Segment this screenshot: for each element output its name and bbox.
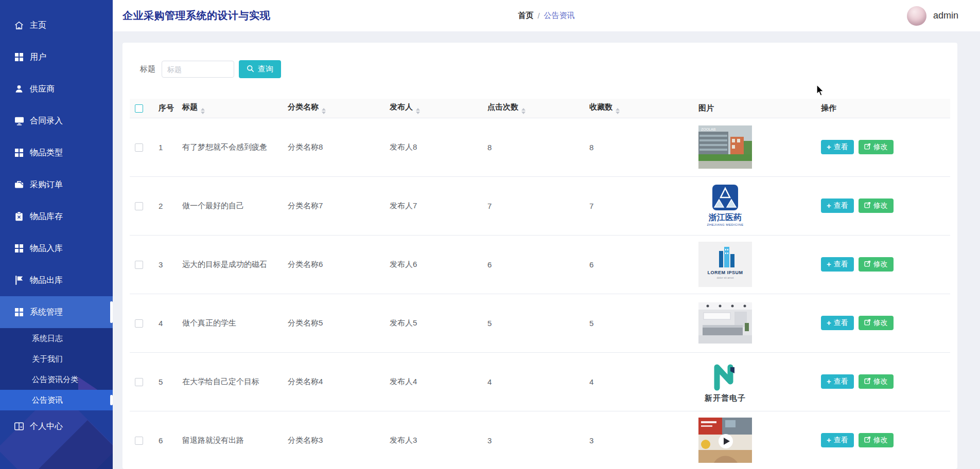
edit-button[interactable]: 修改 [859,257,894,272]
row-image-zhejiang-medicine-logo: 浙江医药ZHEJIANG MEDICINE [698,183,752,228]
sidebar-item-home[interactable]: 主页 [0,9,113,41]
view-button[interactable]: +查看 [821,257,854,272]
cell-publisher: 发布人8 [384,118,482,176]
cell-category: 分类名称3 [283,411,384,469]
row-checkbox[interactable] [135,378,143,386]
sidebar-item-contract-entry[interactable]: 合同录入 [0,105,113,137]
cell-publisher: 发布人6 [384,235,482,294]
plus-icon: + [827,319,831,327]
edit-icon [864,202,871,210]
cell-favorites: 8 [584,118,693,176]
sidebar-item-item-type[interactable]: 物品类型 [0,137,113,169]
view-button[interactable]: +查看 [821,433,854,447]
column-header-category: 分类名称 [283,99,384,118]
cell-clicks: 7 [482,176,584,235]
sidebar-item-item-inbound[interactable]: 物品入库 [0,232,113,264]
sidebar-subitem-label: 关于我们 [32,354,63,364]
cell-title: 做个真正的学生 [177,294,283,352]
avatar[interactable] [907,6,926,26]
row-checkbox[interactable] [135,261,143,269]
sidebar-subitem-label: 公告资讯 [32,395,63,405]
edit-icon [864,436,871,444]
sidebar-subitem-system-log[interactable]: 系统日志 [0,328,113,349]
cell-favorites: 5 [584,294,693,352]
sidebar: 主页用户供应商合同录入物品类型采购订单物品库存物品入库物品出库系统管理系统日志关… [0,0,113,469]
edit-icon [864,260,871,268]
edit-button[interactable]: 修改 [859,433,894,447]
table-row: 2做一个最好的自己分类名称7发布人777浙江医药ZHEJIANG MEDICIN… [130,176,950,235]
edit-button[interactable]: 修改 [859,316,894,330]
sidebar-subitem-announcement[interactable]: 公告资讯 [0,390,113,410]
sidebar-subitem-label: 公告资讯分类 [32,375,78,385]
cell-category: 分类名称6 [283,235,384,294]
sidebar-menu: 主页用户供应商合同录入物品类型采购订单物品库存物品入库物品出库系统管理系统日志关… [0,0,113,442]
sort-icon[interactable] [201,108,205,114]
column-header-index: 序号 [153,99,177,118]
view-button[interactable]: +查看 [821,374,854,389]
cell-category: 分类名称8 [283,118,384,176]
sort-icon[interactable] [322,108,326,114]
svg-text:ZHEJIANG MEDICINE: ZHEJIANG MEDICINE [707,223,743,226]
cell-category: 分类名称4 [283,352,384,411]
search-input[interactable] [162,61,234,78]
row-image-building-photo: ZOOLAB [698,124,752,170]
sidebar-item-users[interactable]: 用户 [0,41,113,73]
row-checkbox[interactable] [135,143,143,152]
sidebar-item-supplier[interactable]: 供应商 [0,73,113,105]
column-label: 标题 [182,102,198,111]
sidebar-item-system-management[interactable]: 系统管理 [0,296,113,328]
breadcrumb-current[interactable]: 公告资讯 [544,11,575,21]
sort-icon[interactable] [521,108,526,114]
sidebar-item-personal-center[interactable]: 个人中心 [0,410,113,442]
sidebar-item-item-outbound[interactable]: 物品出库 [0,264,113,296]
search-button[interactable]: 查询 [239,60,281,78]
sidebar-subitem-about-us[interactable]: 关于我们 [0,349,113,369]
view-button[interactable]: +查看 [821,140,854,154]
svg-text:LOREM IPSUM: LOREM IPSUM [707,270,743,275]
sidebar-subitem-label: 系统日志 [32,334,63,344]
column-header-favorites: 收藏数 [584,99,693,118]
column-label: 操作 [821,103,836,112]
active-indicator [110,301,113,323]
table-body: 1有了梦想就不会感到疲惫分类名称8发布人888ZOOLAB+查看修改2做一个最好… [130,118,950,469]
clipboard-icon [14,212,24,221]
user-icon [14,84,24,94]
row-checkbox[interactable] [135,202,143,210]
column-label: 分类名称 [288,102,319,111]
view-button[interactable]: +查看 [821,316,854,330]
flag-icon [14,276,24,285]
cell-index: 6 [153,411,177,469]
view-button[interactable]: +查看 [821,199,854,213]
edit-button[interactable]: 修改 [859,199,894,213]
column-header-title: 标题 [177,99,283,118]
username: admin [933,10,958,21]
row-checkbox[interactable] [135,319,143,328]
sort-icon[interactable] [616,108,620,114]
sidebar-item-label: 用户 [30,52,46,63]
svg-text:浙江医药: 浙江医药 [708,213,742,222]
cell-index: 5 [153,352,177,411]
sort-icon[interactable] [416,108,420,114]
cell-category: 分类名称5 [283,294,384,352]
row-checkbox[interactable] [135,437,143,445]
search-button-label: 查询 [258,64,273,74]
sidebar-item-item-stock[interactable]: 物品库存 [0,201,113,232]
cell-index: 2 [153,176,177,235]
plus-icon: + [827,143,831,151]
cell-clicks: 4 [482,352,584,411]
sidebar-item-label: 物品库存 [30,211,63,222]
sidebar-item-purchase-order[interactable]: 采购订单 [0,169,113,201]
edit-button[interactable]: 修改 [859,140,894,154]
cell-index: 3 [153,235,177,294]
edit-button[interactable]: 修改 [859,374,894,389]
svg-text:ZOOLAB: ZOOLAB [701,128,716,131]
select-all-checkbox[interactable] [135,104,143,113]
breadcrumb-home[interactable]: 首页 [518,11,533,21]
top-bar: 企业采购管理系统的设计与实现 首页 / 公告资讯 admin [113,0,980,31]
cell-publisher: 发布人7 [384,176,482,235]
cell-category: 分类名称7 [283,176,384,235]
column-header-clicks: 点击次数 [482,99,584,118]
plus-icon: + [827,260,831,268]
sidebar-subitem-announcement-category[interactable]: 公告资讯分类 [0,369,113,390]
home-icon [14,21,24,30]
